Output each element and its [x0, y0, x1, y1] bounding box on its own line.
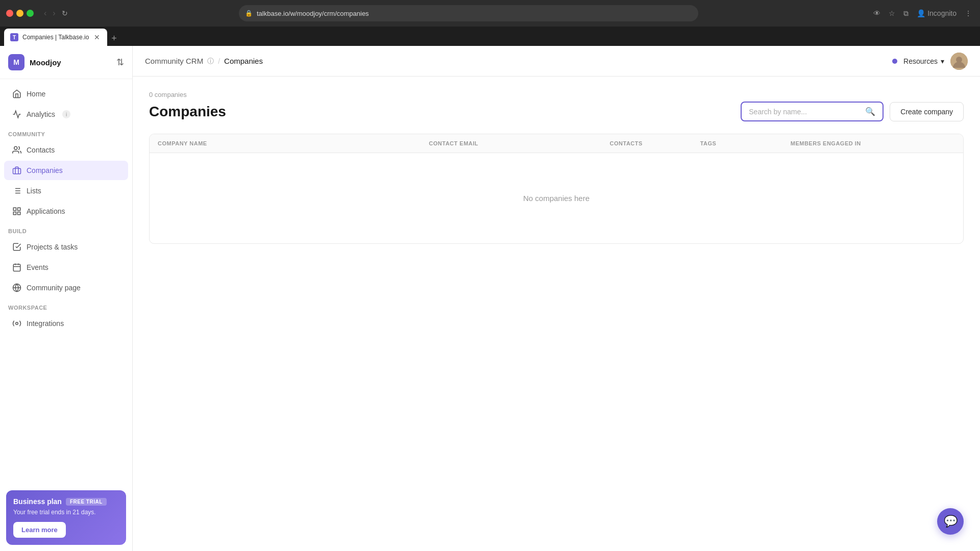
community-section-label: COMMUNITY	[0, 125, 132, 139]
resources-chevron-icon: ▾	[941, 57, 944, 65]
svg-rect-11	[18, 212, 20, 215]
svg-rect-8	[13, 208, 16, 210]
tab-bar: T Companies | Talkbase.io ✕ +	[0, 27, 980, 46]
sidebar-item-contacts[interactable]: Contacts	[4, 140, 128, 160]
sidebar-item-home[interactable]: Home	[4, 84, 128, 104]
header-actions: Resources ▾	[892, 53, 968, 70]
search-icon: 🔍	[865, 107, 875, 116]
analytics-info-icon: i	[62, 110, 70, 118]
svg-rect-1	[13, 168, 21, 174]
workspace-section-label: WORKSPACE	[0, 298, 132, 313]
contacts-icon	[12, 145, 21, 155]
learn-more-button[interactable]: Learn more	[13, 522, 66, 538]
sidebar-item-integrations[interactable]: Integrations	[4, 314, 128, 333]
sidebar-item-analytics[interactable]: Analytics i	[4, 105, 128, 124]
workspace-info: M Moodjoy	[8, 54, 61, 70]
companies-count: 0 companies	[149, 91, 964, 98]
free-trial-badge: FREE TRIAL	[66, 498, 107, 506]
minimize-window-button[interactable]	[16, 10, 23, 17]
chat-icon: 💬	[944, 515, 958, 528]
sidebar-item-label-applications: Applications	[27, 207, 65, 215]
events-icon	[12, 263, 21, 272]
column-contacts: CONTACTS	[602, 134, 692, 153]
companies-table: COMPANY NAME CONTACT EMAIL CONTACTS TAGS…	[149, 134, 964, 244]
main-content: Community CRM ⓘ / Companies Resources ▾	[133, 46, 980, 551]
banner-subtitle: Your free trial ends in 21 days.	[13, 509, 119, 516]
app-container: M Moodjoy ⇅ Home Analytics i	[0, 46, 980, 551]
sidebar-item-label-home: Home	[27, 90, 45, 98]
lock-icon: 🔒	[245, 10, 253, 17]
back-button[interactable]: ‹	[42, 7, 48, 20]
breadcrumb-separator: /	[218, 57, 220, 65]
build-section-label: BUILD	[0, 222, 132, 236]
eye-off-icon[interactable]: 👁	[871, 7, 883, 19]
sidebar-item-companies[interactable]: Companies	[4, 161, 128, 180]
sidebar-item-label-events: Events	[27, 263, 48, 271]
sidebar-item-projects[interactable]: Projects & tasks	[4, 237, 128, 257]
profile-icon[interactable]: 👤 Incognito	[915, 7, 959, 19]
url-text: talkbase.io/w/moodjoy/crm/companies	[257, 10, 692, 17]
top-header: Community CRM ⓘ / Companies Resources ▾	[133, 46, 980, 77]
integrations-icon	[12, 319, 21, 328]
browser-actions: 👁 ☆ ⧉ 👤 Incognito ⋮	[871, 7, 974, 20]
extension-icon[interactable]: ⧉	[901, 7, 911, 20]
banner-title: Business plan	[13, 497, 62, 506]
status-dot	[892, 59, 897, 64]
search-input[interactable]	[749, 108, 861, 116]
svg-rect-10	[13, 212, 16, 215]
resources-button[interactable]: Resources ▾	[903, 57, 944, 65]
close-window-button[interactable]	[6, 10, 13, 17]
svg-rect-9	[18, 208, 20, 210]
tab-title: Companies | Talkbase.io	[22, 34, 89, 41]
active-tab[interactable]: T Companies | Talkbase.io ✕	[4, 29, 107, 46]
sidebar-navigation: Home Analytics i COMMUNITY Contacts	[0, 79, 132, 484]
page-header: Companies 🔍 Create company	[149, 102, 964, 121]
workspace-name: Moodjoy	[30, 58, 61, 67]
sidebar: M Moodjoy ⇅ Home Analytics i	[0, 46, 133, 551]
business-plan-banner: Business plan FREE TRIAL Your free trial…	[6, 490, 126, 545]
sidebar-item-label-integrations: Integrations	[27, 319, 64, 328]
maximize-window-button[interactable]	[27, 10, 34, 17]
search-box[interactable]: 🔍	[741, 102, 884, 121]
bookmark-icon[interactable]: ☆	[887, 7, 897, 19]
applications-icon	[12, 207, 21, 216]
projects-icon	[12, 242, 21, 252]
avatar[interactable]	[950, 53, 968, 70]
breadcrumb-parent[interactable]: Community CRM	[145, 57, 203, 65]
breadcrumb-info-icon[interactable]: ⓘ	[207, 57, 214, 66]
forward-button[interactable]: ›	[51, 7, 57, 20]
page-title: Companies	[149, 104, 226, 120]
svg-point-18	[16, 322, 18, 325]
home-icon	[12, 89, 21, 98]
column-contact-email: CONTACT EMAIL	[421, 134, 601, 153]
header-right: 🔍 Create company	[741, 102, 964, 121]
sidebar-item-community-page[interactable]: Community page	[4, 278, 128, 297]
window-controls	[6, 10, 34, 17]
column-company-name: COMPANY NAME	[150, 134, 421, 153]
sidebar-item-events[interactable]: Events	[4, 258, 128, 277]
menu-icon[interactable]: ⋮	[963, 7, 974, 19]
nav-arrows: ‹ › ↻	[42, 7, 70, 20]
breadcrumb-current: Companies	[224, 57, 263, 65]
breadcrumb: Community CRM ⓘ / Companies	[145, 57, 886, 66]
analytics-icon	[12, 110, 21, 119]
column-members-engaged: MEMBERS ENGAGED IN	[782, 134, 963, 153]
svg-rect-12	[13, 264, 20, 271]
refresh-button[interactable]: ↻	[60, 7, 70, 20]
sidebar-item-label-analytics: Analytics	[27, 110, 55, 118]
resources-label: Resources	[903, 57, 938, 65]
sidebar-item-label-companies: Companies	[27, 166, 63, 174]
sidebar-toggle-button[interactable]: ⇅	[116, 57, 124, 68]
sidebar-item-label-lists: Lists	[27, 187, 41, 195]
create-company-button[interactable]: Create company	[890, 102, 964, 121]
sidebar-item-applications[interactable]: Applications	[4, 202, 128, 221]
page-content: 0 companies Companies 🔍 Create company C…	[133, 77, 980, 551]
sidebar-item-lists[interactable]: Lists	[4, 181, 128, 201]
sidebar-item-label-contacts: Contacts	[27, 146, 55, 154]
tab-close-button[interactable]: ✕	[93, 32, 101, 42]
new-tab-button[interactable]: +	[107, 31, 121, 46]
chat-bubble-button[interactable]: 💬	[937, 508, 964, 535]
workspace-avatar: M	[8, 54, 24, 70]
address-bar[interactable]: 🔒 talkbase.io/w/moodjoy/crm/companies	[239, 5, 698, 21]
sidebar-item-label-projects: Projects & tasks	[27, 243, 78, 251]
